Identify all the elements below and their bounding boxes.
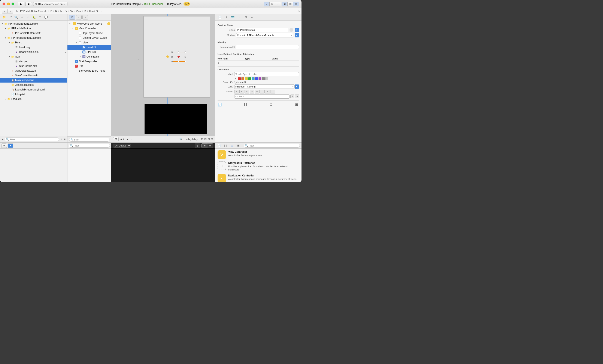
notes-align-left[interactable]: ≡ [234, 90, 239, 93]
bc-b[interactable]: B [83, 9, 87, 13]
back-btn[interactable]: ‹ [2, 9, 8, 13]
file-filter-input[interactable] [5, 138, 59, 141]
scene-grid-btn[interactable]: ⊞ [70, 15, 75, 20]
close-button[interactable] [2, 2, 5, 5]
lock-combo-btn[interactable]: ▾ [295, 85, 299, 89]
color-yellow[interactable] [245, 77, 248, 80]
tree-item-main-storyboard[interactable]: ▾ 📋 Main.storyboard [0, 78, 67, 83]
zoom-icon-4[interactable]: ⊞ [211, 138, 213, 141]
tree-item-heart-png[interactable]: ▾ 🖼 heart.png [0, 45, 67, 50]
handle-tr[interactable] [185, 52, 186, 53]
ud-add-btn[interactable]: + [218, 62, 219, 65]
lib-grid-icon[interactable]: ⊞ [236, 143, 241, 148]
test-btn[interactable]: ◇ [26, 15, 30, 20]
ud-rem-btn[interactable]: − [220, 62, 222, 65]
tree-item-starparticle[interactable]: ▾ ◈ StarParticle.sks [0, 64, 67, 68]
tree-item-assets[interactable]: ▾ 📁 Assets.xcassets [0, 83, 67, 87]
lib-bracket-icon[interactable]: [ ] [223, 143, 228, 148]
standard-editor-btn[interactable]: ≡ [264, 2, 270, 6]
forward-btn[interactable]: › [8, 9, 13, 13]
notes-align-center[interactable]: ≡ [239, 90, 244, 93]
minimize-button[interactable] [7, 2, 10, 5]
canvas-info-btn[interactable]: ℹ [131, 138, 131, 141]
bc-m[interactable]: M [59, 9, 63, 13]
color-blue[interactable] [255, 77, 258, 80]
handle-bl[interactable] [171, 61, 173, 62]
navigator-btn[interactable]: ▣ [282, 2, 288, 6]
stop-button[interactable]: ■ [25, 2, 32, 6]
tree-item-heart-group[interactable]: ▾ 📁 Heart [0, 40, 67, 45]
doc-label-input[interactable] [234, 72, 299, 76]
handle-bm[interactable] [178, 61, 179, 62]
notes-box[interactable]: □ [260, 90, 265, 93]
scene-item-vc[interactable]: ▾ V View Controller [68, 26, 111, 31]
handle-br[interactable] [185, 61, 186, 62]
scene-item-top-layout[interactable]: ▾ Top Layout Guide [68, 31, 111, 35]
tree-item-star-png[interactable]: ▾ 🖼 star.png [0, 59, 67, 64]
zoom-icon-3[interactable]: ⊟ [208, 138, 210, 141]
scene-item-star-btn[interactable]: ▾ B Star Btn [68, 50, 111, 54]
bc-v1[interactable]: V [65, 9, 68, 13]
scene-item-constraints[interactable]: ▸ ⊞ Constraints [68, 54, 111, 59]
add-file-button[interactable]: + [2, 138, 3, 141]
font-up-btn[interactable]: T [290, 95, 294, 98]
notes-text[interactable]: A [265, 90, 270, 93]
class-clear-btn[interactable]: ✕ [290, 28, 293, 32]
console-view-btn-1[interactable]: ⊞ [202, 143, 207, 148]
recent-files-btn[interactable]: ↗ [60, 138, 62, 141]
font-input[interactable] [234, 94, 290, 99]
source-control-btn[interactable]: ⎇ [8, 15, 12, 20]
handle-mr[interactable] [185, 56, 186, 57]
tree-item-star-group[interactable]: ▾ 📁 Star [0, 54, 67, 59]
scene-fwd-btn[interactable]: › [82, 15, 88, 20]
restoration-input[interactable] [236, 45, 299, 49]
handle-ml[interactable] [171, 56, 173, 57]
bc-view[interactable]: View [75, 9, 82, 13]
tree-item-heartparticle[interactable]: ▾ ◈ HeartParticle.sks M [0, 50, 67, 54]
color-red[interactable] [238, 77, 241, 80]
tree-item-plist[interactable]: ▾ 📄 Info.plist [0, 92, 67, 97]
scene-item-fr[interactable]: ▾ F First Responder [68, 59, 111, 64]
lib-circle-icon[interactable]: ⊙ [230, 143, 234, 148]
report-btn[interactable]: 💬 [44, 15, 48, 20]
tree-item-appdelegate[interactable]: ▾ S AppDelegate.swift [0, 68, 67, 73]
module-combo[interactable]: Current - PPParticleButtonExample ▾ [236, 33, 293, 37]
scene-item-exit[interactable]: ▾ E Exit [68, 64, 111, 68]
debug-btn-2[interactable]: ▶ [8, 143, 13, 148]
assistant-editor-btn[interactable]: ⊞ [270, 2, 275, 6]
class-combo-btn[interactable]: ▾ [295, 28, 299, 32]
scene-toggle-btn[interactable]: ⊞ [113, 137, 119, 141]
lib-filter-input[interactable] [244, 144, 300, 148]
module-combo-btn[interactable]: ▾ [295, 33, 299, 37]
scene-item-view[interactable]: ▾ View [68, 40, 111, 45]
connection-inspector-btn[interactable]: ○ [250, 15, 255, 20]
scene-back-btn[interactable]: ‹ [76, 15, 81, 20]
version-editor-btn[interactable]: ↕ [275, 2, 281, 6]
tree-item-vc-swift[interactable]: ▾ S ViewController.swift [0, 73, 67, 78]
font-down-btn[interactable]: ▾ [295, 95, 299, 98]
tree-item-root[interactable]: ▾ 📁 PPParticleButtonExample [0, 21, 67, 26]
tree-item-products[interactable]: ▸ 📁 Products [0, 97, 67, 101]
warning-badge[interactable]: ⚠ 2 [184, 2, 190, 6]
lock-combo[interactable]: Inherited - (Nothing) ▾ [234, 85, 295, 89]
debug-btn[interactable]: ▤ [288, 2, 293, 6]
tree-item-ppparticlebutton[interactable]: ▾ 📁 PPParticleButton [0, 26, 67, 31]
scene-item-vc-scene[interactable]: ▾ V View Controller Scene ! [68, 21, 111, 26]
tree-item-ppbexample[interactable]: ▾ 📁 PPParticleButtonExample [0, 35, 67, 40]
scene-filter-input[interactable] [69, 138, 109, 142]
heart-btn-selected[interactable]: ♥ [172, 52, 185, 62]
tree-item-swift1[interactable]: ▾ S PPParticleButton.swift [0, 31, 67, 35]
color-teal[interactable] [252, 77, 255, 80]
issues-btn[interactable]: ⚠ [20, 15, 24, 20]
color-dark[interactable] [265, 77, 268, 80]
breakpoint-btn[interactable]: ☰ [38, 15, 42, 20]
scene-item-entry[interactable]: ▾ → Storyboard Entry Point [68, 68, 111, 73]
notes-dash[interactable]: — [255, 90, 259, 93]
options-btn[interactable]: ⊞ [64, 138, 66, 141]
size-inspector-btn[interactable]: ⊡ [243, 15, 248, 20]
bc-ppparticle[interactable]: PPParticleButtonExample [19, 9, 48, 13]
insp-file-icon[interactable]: 📄 [218, 102, 222, 107]
inspector-btn[interactable]: ▧ [293, 2, 299, 6]
debug-nav-btn[interactable]: 🐛 [32, 15, 36, 20]
notes-align-justify[interactable]: ≡ [250, 90, 255, 93]
